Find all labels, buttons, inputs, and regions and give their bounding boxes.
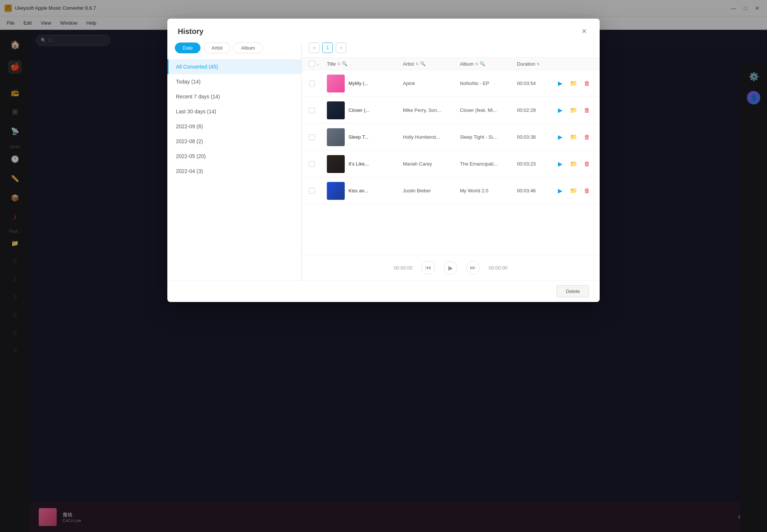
- header-duration: Duration ⇅: [517, 61, 555, 67]
- row-3-album-art: [327, 128, 345, 146]
- songs-table: ⌄ Title ⇅ 🔍 Artist ⇅ 🔍: [302, 57, 600, 255]
- row-5-actions: ▶ 📁 🗑: [555, 186, 592, 196]
- modal-close-button[interactable]: ✕: [579, 26, 589, 37]
- modal-body: Date Artist Album All Converted (45) Tod…: [167, 37, 600, 280]
- row-5-title: Kiss an...: [348, 188, 368, 193]
- row-5-artist: Justin Bieber: [403, 188, 460, 193]
- history-modal: History ✕ Date Artist Album All Converte…: [167, 19, 600, 302]
- history-sidebar-list: All Converted (45) Today (14) Recent 7 d…: [167, 59, 301, 274]
- row-3-play-button[interactable]: ▶: [555, 132, 565, 142]
- row-1-checkbox[interactable]: [309, 81, 315, 86]
- title-search-icon[interactable]: 🔍: [342, 61, 347, 66]
- page-1-button[interactable]: 1: [322, 43, 333, 53]
- modal-right-panel: ‹ 1 › ⌄ Title ⇅ 🔍: [302, 43, 600, 280]
- modal-footer: Delete: [167, 280, 600, 302]
- row-4-checkbox[interactable]: [309, 161, 315, 167]
- row-1-duration: 00:03:54: [517, 81, 555, 86]
- table-row: MyMy (... Apink NoNoNo - EP 00:03:54 ▶ 📁…: [302, 70, 600, 97]
- delete-button[interactable]: Delete: [556, 285, 589, 298]
- row-5-checkbox-cell: [309, 188, 327, 194]
- row-2-play-button[interactable]: ▶: [555, 105, 565, 116]
- row-1-delete-button[interactable]: 🗑: [582, 78, 592, 89]
- row-5-folder-button[interactable]: 📁: [568, 186, 579, 196]
- row-1-artist: Apink: [403, 81, 460, 86]
- player-prev-button[interactable]: ⏮: [422, 261, 435, 274]
- page-next-button[interactable]: ›: [336, 43, 346, 53]
- modal-overlay: History ✕ Date Artist Album All Converte…: [0, 0, 767, 532]
- row-5-album-art: [327, 182, 345, 200]
- select-all-checkbox[interactable]: [309, 61, 315, 67]
- list-item-2022-09[interactable]: 2022-09 (6): [167, 119, 301, 134]
- row-4-folder-button[interactable]: 📁: [568, 159, 579, 169]
- row-1-play-button[interactable]: ▶: [555, 78, 565, 89]
- row-4-actions: ▶ 📁 🗑: [555, 159, 592, 169]
- modal-title: History: [178, 27, 203, 36]
- row-2-checkbox[interactable]: [309, 107, 315, 113]
- player-next-button[interactable]: ⏭: [466, 261, 480, 274]
- row-1-folder-button[interactable]: 📁: [568, 78, 579, 89]
- list-item-2022-05[interactable]: 2022-05 (20): [167, 149, 301, 164]
- title-sort-icon[interactable]: ⇅: [337, 62, 340, 66]
- row-3-actions: ▶ 📁 🗑: [555, 132, 592, 142]
- duration-sort-icon[interactable]: ⇅: [537, 62, 540, 66]
- header-sort-checkbox: ⌄: [316, 62, 319, 66]
- row-1-actions: ▶ 📁 🗑: [555, 78, 592, 89]
- list-item-7days[interactable]: Recent 7 days (14): [167, 89, 301, 104]
- list-item-today[interactable]: Today (14): [167, 74, 301, 89]
- row-2-folder-button[interactable]: 📁: [568, 105, 579, 116]
- row-4-play-button[interactable]: ▶: [555, 159, 565, 169]
- row-2-album: Closer (feat. Mi...: [460, 107, 517, 113]
- header-title: Title ⇅ 🔍: [327, 61, 403, 67]
- row-2-duration: 00:02:29: [517, 107, 555, 113]
- row-3-folder-button[interactable]: 📁: [568, 132, 579, 142]
- row-4-delete-button[interactable]: 🗑: [582, 159, 592, 169]
- artist-sort-icon[interactable]: ⇅: [416, 62, 419, 66]
- row-2-checkbox-cell: [309, 107, 327, 113]
- row-5-checkbox[interactable]: [309, 188, 315, 194]
- row-4-duration: 00:03:23: [517, 161, 555, 167]
- pagination-bar: ‹ 1 ›: [302, 43, 600, 57]
- row-3-duration: 00:03:38: [517, 134, 555, 140]
- row-5-play-button[interactable]: ▶: [555, 186, 565, 196]
- row-1-title: MyMy (...: [348, 81, 368, 86]
- page-prev-button[interactable]: ‹: [309, 43, 319, 53]
- list-item-2022-04[interactable]: 2022-04 (3): [167, 164, 301, 179]
- row-3-checkbox[interactable]: [309, 134, 315, 140]
- album-sort-icon[interactable]: ⇅: [475, 62, 478, 66]
- modal-header: History ✕: [167, 19, 600, 37]
- header-album-label: Album: [460, 61, 474, 67]
- modal-player: 00:00:00 ⏮ ▶ ⏭ 00:00:00: [302, 255, 600, 280]
- table-header: ⌄ Title ⇅ 🔍 Artist ⇅ 🔍: [302, 57, 600, 70]
- header-duration-label: Duration: [517, 61, 535, 67]
- table-row: Sleep T... Holly Humberst... Sleep Tight…: [302, 124, 600, 151]
- album-search-icon[interactable]: 🔍: [480, 61, 485, 66]
- modal-left-panel: Date Artist Album All Converted (45) Tod…: [167, 43, 302, 280]
- header-artist: Artist ⇅ 🔍: [403, 61, 460, 67]
- row-3-title-cell: Sleep T...: [327, 128, 403, 146]
- row-4-title: It's Like...: [348, 161, 369, 167]
- row-4-artist: Mariah Carey: [403, 161, 460, 167]
- list-item-2022-08[interactable]: 2022-08 (2): [167, 134, 301, 149]
- filter-tab-artist[interactable]: Artist: [203, 43, 230, 53]
- row-5-delete-button[interactable]: 🗑: [582, 186, 592, 196]
- row-3-delete-button[interactable]: 🗑: [582, 132, 592, 142]
- list-item-all[interactable]: All Converted (45): [167, 59, 301, 74]
- table-row: It's Like... Mariah Carey The Emancipati…: [302, 151, 600, 177]
- row-2-artist: Mike Perry, Son...: [403, 107, 460, 113]
- list-item-30days[interactable]: Last 30 days (14): [167, 104, 301, 119]
- player-play-button[interactable]: ▶: [444, 261, 457, 274]
- row-5-album: My World 2.0: [460, 188, 517, 193]
- table-row: Kiss an... Justin Bieber My World 2.0 00…: [302, 177, 600, 204]
- row-2-actions: ▶ 📁 🗑: [555, 105, 592, 116]
- filter-tabs: Date Artist Album: [167, 43, 301, 59]
- artist-search-icon[interactable]: 🔍: [420, 61, 426, 66]
- table-row: Closer (... Mike Perry, Son... Closer (f…: [302, 97, 600, 124]
- header-album: Album ⇅ 🔍: [460, 61, 517, 67]
- row-3-artist: Holly Humberst...: [403, 134, 460, 140]
- filter-tab-album[interactable]: Album: [233, 43, 263, 53]
- row-1-title-cell: MyMy (...: [327, 75, 403, 92]
- row-2-delete-button[interactable]: 🗑: [582, 105, 592, 116]
- row-3-title: Sleep T...: [348, 134, 369, 140]
- filter-tab-date[interactable]: Date: [175, 43, 201, 53]
- row-1-album-art: [327, 75, 345, 92]
